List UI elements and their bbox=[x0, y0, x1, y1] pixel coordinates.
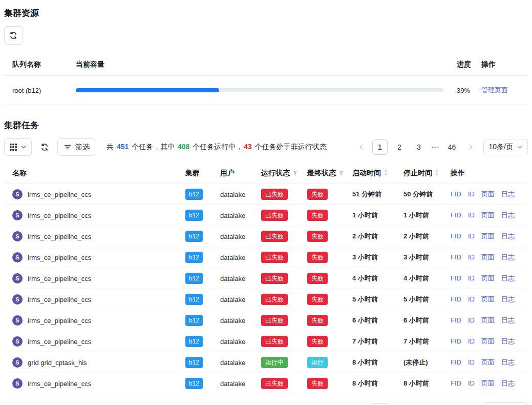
table-row: S irms_ce_pipeline_ccs b12 datalake 已失败 … bbox=[4, 205, 528, 226]
refresh-tasks-button[interactable] bbox=[38, 138, 51, 156]
table-row: S irms_ce_pipeline_ccs b12 datalake 已失败 … bbox=[4, 247, 528, 268]
row-actions: FIDID页面日志 bbox=[442, 352, 528, 373]
col-user: 用户 bbox=[212, 163, 253, 184]
run-status-badge: 已失败 bbox=[261, 252, 288, 263]
page-button-2[interactable]: 2 bbox=[392, 139, 407, 155]
row-actions: FIDID页面日志 bbox=[442, 373, 528, 394]
fid-link[interactable]: FID bbox=[451, 295, 461, 303]
page-link[interactable]: 页面 bbox=[481, 358, 495, 366]
page-link[interactable]: 页面 bbox=[481, 379, 495, 387]
page-link[interactable]: 页面 bbox=[481, 253, 495, 261]
page-link[interactable]: 页面 bbox=[481, 316, 495, 324]
log-link[interactable]: 日志 bbox=[501, 253, 515, 261]
cluster-badge: b12 bbox=[185, 252, 203, 263]
fid-link[interactable]: FID bbox=[451, 274, 461, 282]
page-link[interactable]: 页面 bbox=[481, 274, 495, 282]
log-link[interactable]: 日志 bbox=[501, 295, 515, 303]
view-selector-button[interactable] bbox=[4, 138, 32, 156]
col-progress: 进度 bbox=[449, 54, 473, 76]
task-user: datalake bbox=[212, 289, 253, 310]
table-row: S irms_ce_pipeline_ccs b12 datalake 已失败 … bbox=[4, 331, 528, 352]
id-link[interactable]: ID bbox=[468, 253, 475, 261]
log-link[interactable]: 日志 bbox=[501, 316, 515, 324]
prev-page-button[interactable] bbox=[355, 140, 368, 154]
start-time: 6 小时前 bbox=[344, 310, 395, 331]
fid-link[interactable]: FID bbox=[451, 211, 461, 219]
id-link[interactable]: ID bbox=[468, 295, 475, 303]
resource-row: root (b12) 39% 管理页面 bbox=[4, 76, 528, 105]
grid-icon bbox=[10, 144, 17, 151]
id-link[interactable]: ID bbox=[468, 316, 475, 324]
col-action: 操作 bbox=[442, 163, 528, 184]
fid-link[interactable]: FID bbox=[451, 253, 461, 261]
log-link[interactable]: 日志 bbox=[501, 274, 515, 282]
cluster-badge: b12 bbox=[185, 273, 203, 284]
pagination-ellipsis[interactable]: ••• bbox=[431, 144, 440, 150]
log-link[interactable]: 日志 bbox=[501, 358, 515, 366]
page-button-1[interactable]: 1 bbox=[372, 403, 388, 405]
filter-button[interactable]: 筛选 bbox=[57, 138, 96, 156]
start-time: 2 小时前 bbox=[344, 226, 395, 247]
id-link[interactable]: ID bbox=[468, 379, 475, 387]
log-link[interactable]: 日志 bbox=[501, 337, 515, 345]
page-link[interactable]: 页面 bbox=[481, 190, 495, 198]
fid-link[interactable]: FID bbox=[451, 190, 461, 198]
page-button-3[interactable]: 3 bbox=[411, 139, 427, 155]
task-name: irms_ce_pipeline_ccs bbox=[28, 254, 91, 261]
page-button-1[interactable]: 1 bbox=[372, 139, 388, 155]
page-button-3[interactable]: 3 bbox=[411, 403, 427, 405]
log-link[interactable]: 日志 bbox=[501, 211, 515, 219]
fid-link[interactable]: FID bbox=[451, 337, 461, 345]
task-user: datalake bbox=[212, 373, 253, 394]
task-user: datalake bbox=[212, 310, 253, 331]
filter-funnel-icon[interactable] bbox=[292, 170, 298, 176]
task-user: datalake bbox=[212, 226, 253, 247]
fid-link[interactable]: FID bbox=[451, 379, 461, 387]
col-stop-time: 停止时间 bbox=[395, 163, 442, 184]
log-link[interactable]: 日志 bbox=[501, 379, 515, 387]
start-time: 7 小时前 bbox=[344, 331, 395, 352]
page-link[interactable]: 页面 bbox=[481, 295, 495, 303]
run-status-badge: 已失败 bbox=[261, 210, 288, 221]
id-link[interactable]: ID bbox=[468, 211, 475, 219]
page-size-select[interactable]: 10条/页 bbox=[483, 402, 528, 405]
page-link[interactable]: 页面 bbox=[481, 232, 495, 240]
start-time: 1 小时前 bbox=[344, 205, 395, 226]
stop-time: 4 小时前 bbox=[395, 268, 442, 289]
id-link[interactable]: ID bbox=[468, 274, 475, 282]
row-actions: FIDID页面日志 bbox=[442, 226, 528, 247]
filter-funnel-icon[interactable] bbox=[338, 170, 344, 176]
log-link[interactable]: 日志 bbox=[501, 190, 515, 198]
manage-page-link[interactable]: 管理页面 bbox=[481, 86, 508, 94]
id-link[interactable]: ID bbox=[468, 190, 475, 198]
page-size-select[interactable]: 10条/页 bbox=[483, 139, 528, 155]
run-status-badge: 已失败 bbox=[261, 189, 288, 200]
page-link[interactable]: 页面 bbox=[481, 337, 495, 345]
next-page-button[interactable] bbox=[464, 140, 477, 154]
page-button-46[interactable]: 46 bbox=[444, 403, 460, 405]
page-button-46[interactable]: 46 bbox=[444, 139, 460, 155]
capacity-progress-bar bbox=[76, 88, 443, 92]
sort-icon[interactable] bbox=[435, 169, 439, 176]
row-actions: FIDID页面日志 bbox=[442, 184, 528, 205]
col-run-status: 运行状态 bbox=[253, 163, 299, 184]
id-link[interactable]: ID bbox=[468, 358, 475, 366]
id-link[interactable]: ID bbox=[468, 232, 475, 240]
log-link[interactable]: 日志 bbox=[501, 232, 515, 240]
stopped-count: 43 bbox=[244, 143, 252, 151]
refresh-resources-button[interactable] bbox=[4, 26, 23, 45]
task-user: datalake bbox=[212, 352, 253, 373]
fid-link[interactable]: FID bbox=[451, 316, 461, 324]
col-start-time: 启动时间 bbox=[344, 163, 395, 184]
id-link[interactable]: ID bbox=[468, 337, 475, 345]
page-link[interactable]: 页面 bbox=[481, 211, 495, 219]
fid-link[interactable]: FID bbox=[451, 358, 461, 366]
table-row: S irms_ce_pipeline_ccs b12 datalake 已失败 … bbox=[4, 289, 528, 310]
sort-icon[interactable] bbox=[384, 169, 388, 176]
col-resource-action: 操作 bbox=[473, 54, 528, 76]
col-label: 用户 bbox=[220, 169, 235, 177]
page-button-2[interactable]: 2 bbox=[392, 403, 407, 405]
fid-link[interactable]: FID bbox=[451, 232, 461, 240]
cluster-badge: b12 bbox=[185, 294, 203, 305]
start-time: 51 分钟前 bbox=[344, 184, 395, 205]
